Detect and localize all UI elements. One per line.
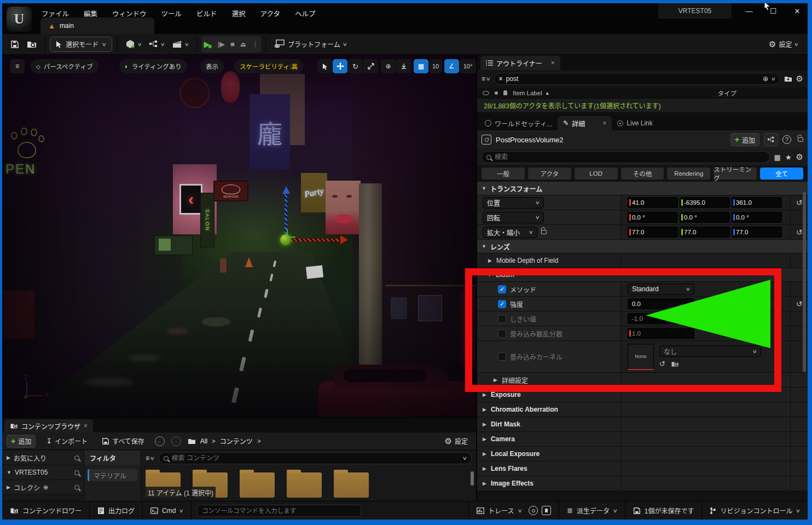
move-tool[interactable] bbox=[333, 59, 347, 73]
add-component-button[interactable]: + 追加 bbox=[730, 133, 759, 146]
scale-y-input[interactable]: 77.0 bbox=[680, 227, 730, 238]
chip-general[interactable]: 一般 bbox=[482, 168, 525, 180]
gizmo-sphere[interactable] bbox=[280, 234, 291, 245]
edit-blueprint-button[interactable] bbox=[764, 133, 778, 146]
stop-button[interactable]: ■ bbox=[230, 40, 235, 48]
add-filter-icon[interactable]: ⊕ bbox=[763, 75, 768, 83]
folder-asset[interactable] bbox=[334, 472, 369, 498]
maximize-button[interactable]: ☐ bbox=[764, 4, 782, 18]
cb-settings-dropdown[interactable]: ⚙ 設定 bbox=[441, 434, 472, 448]
rotation-z-input[interactable]: 0.0 ° bbox=[732, 212, 782, 223]
search-icon[interactable] bbox=[74, 470, 79, 475]
chip-rendering[interactable]: Rendering bbox=[667, 168, 710, 180]
blueprints-dropdown[interactable]: ∨ bbox=[145, 37, 169, 51]
kernel-asset-dropdown[interactable]: なし∨ bbox=[659, 345, 761, 357]
rotate-tool[interactable]: ↻ bbox=[348, 59, 363, 73]
chip-misc[interactable]: その他 bbox=[621, 168, 664, 180]
close-icon[interactable]: × bbox=[551, 59, 555, 67]
surface-snap-toggle[interactable] bbox=[396, 59, 411, 73]
close-icon[interactable]: × bbox=[602, 119, 606, 127]
threshold-checkbox[interactable] bbox=[498, 315, 506, 323]
menu-actor[interactable]: アクタ bbox=[260, 8, 280, 19]
row-advanced[interactable]: ▶詳細設定 bbox=[477, 373, 808, 388]
cb-add-button[interactable]: +追加 bbox=[7, 435, 36, 448]
section-lens-flares[interactable]: ▶Lens Flares bbox=[477, 461, 808, 476]
menu-edit[interactable]: 編集 bbox=[84, 8, 97, 19]
tab-details[interactable]: ✎ 詳細 × bbox=[558, 116, 612, 130]
details-settings-icon[interactable]: ⚙ bbox=[796, 152, 803, 162]
menu-select[interactable]: 選択 bbox=[232, 8, 246, 19]
kernel-thumbnail[interactable]: None bbox=[628, 344, 654, 370]
row-mobile-dof[interactable]: ▶Mobile Depth of Field bbox=[477, 253, 808, 268]
minimize-button[interactable]: — bbox=[740, 4, 758, 18]
menu-window[interactable]: ウィンドウ bbox=[112, 8, 147, 19]
intensity-checkbox[interactable]: ✓ bbox=[498, 300, 506, 308]
grid-snap-value[interactable]: 10 bbox=[429, 59, 442, 73]
chip-all[interactable]: 全て bbox=[760, 168, 803, 180]
outliner-settings-icon[interactable]: ⚙ bbox=[796, 74, 803, 84]
tab-content-browser[interactable]: コンテンツブラウザ × bbox=[4, 419, 93, 432]
level-viewport[interactable]: PEN 龐 ‹ SEAFOOD SALON Party bbox=[2, 55, 476, 417]
world-local-toggle[interactable]: ⊕ bbox=[381, 59, 396, 73]
import-button[interactable]: ↧インポート bbox=[42, 434, 91, 448]
bloom-threshold-input[interactable]: -1.0 bbox=[628, 313, 694, 324]
tab-world-settings[interactable]: ワールドセッティ... bbox=[479, 116, 558, 130]
eject-button[interactable]: ⏏ bbox=[240, 41, 246, 48]
outliner-search-input[interactable] bbox=[506, 75, 759, 83]
details-search-input[interactable] bbox=[495, 153, 765, 161]
location-y-input[interactable]: -6395.0 bbox=[680, 197, 730, 208]
menu-file[interactable]: ファイル bbox=[42, 8, 69, 19]
column-type[interactable]: タイプ bbox=[718, 89, 737, 97]
chip-actor[interactable]: アクタ bbox=[528, 168, 571, 180]
location-z-input[interactable]: 361.0 bbox=[732, 197, 782, 208]
rotation-snap-value[interactable]: 10° bbox=[460, 59, 476, 73]
scale-z-input[interactable]: 77.0 bbox=[732, 227, 782, 238]
display-filter-icon[interactable]: ▦ bbox=[774, 153, 781, 161]
use-selected-asset-icon[interactable]: ↺ bbox=[659, 360, 665, 368]
convolution-scatter-input[interactable]: 1.0 bbox=[628, 328, 694, 339]
grid-snap-toggle[interactable]: ▦ bbox=[414, 59, 428, 73]
actor-column-icon[interactable] bbox=[503, 90, 507, 95]
scale-tool[interactable] bbox=[363, 59, 378, 73]
chip-lod[interactable]: LOD bbox=[575, 168, 618, 180]
filter-icon[interactable]: ≡∨ bbox=[482, 75, 490, 83]
breadcrumb-content[interactable]: コンテンツ bbox=[220, 436, 253, 446]
chip-streaming[interactable]: ストリーミング bbox=[714, 168, 757, 180]
platforms-dropdown[interactable]: プラットフォーム ∨ bbox=[270, 37, 350, 51]
section-image-effects[interactable]: ▶Image Effects bbox=[477, 476, 808, 491]
view-mode-dropdown[interactable]: ◐ ライティングあり bbox=[119, 59, 187, 73]
nav-favorites[interactable]: ▶お気に入り bbox=[2, 451, 84, 465]
rotation-dropdown[interactable]: 回転∨ bbox=[483, 212, 544, 223]
menu-help[interactable]: ヘルプ bbox=[295, 8, 316, 19]
trace-dropdown[interactable]: トレース ∨ bbox=[468, 501, 559, 520]
section-camera[interactable]: ▶Camera bbox=[477, 432, 808, 447]
favorites-icon[interactable]: ★ bbox=[785, 153, 792, 161]
console-command-input[interactable] bbox=[197, 505, 361, 517]
section-chromatic-aberration[interactable]: ▶Chromatic Aberration bbox=[477, 402, 808, 417]
details-scrollbar[interactable] bbox=[803, 192, 806, 372]
rotation-y-input[interactable]: 0.0 ° bbox=[680, 212, 730, 223]
tab-live-link[interactable]: Live Link bbox=[612, 116, 658, 130]
save-button[interactable] bbox=[7, 37, 23, 51]
add-collection-icon[interactable]: ⊕ bbox=[43, 484, 48, 491]
show-dropdown[interactable]: 表示 bbox=[200, 59, 224, 73]
section-local-exposure[interactable]: ▶Local Exposure bbox=[477, 447, 808, 461]
frame-skip-button[interactable]: |▶ bbox=[218, 40, 225, 48]
folder-asset[interactable] bbox=[240, 472, 275, 498]
scale-lock-icon[interactable] bbox=[541, 230, 547, 234]
cb-scrollbar[interactable] bbox=[471, 471, 474, 486]
folder-asset[interactable] bbox=[287, 472, 322, 498]
tab-outliner[interactable]: アウトライナー × bbox=[480, 56, 560, 70]
output-log-button[interactable]: 出力ログ bbox=[90, 501, 143, 520]
breadcrumb-all[interactable]: All bbox=[200, 437, 207, 445]
trace-snapshot-icon[interactable] bbox=[542, 506, 551, 515]
add-actor-dropdown[interactable]: ∨ bbox=[121, 37, 146, 51]
category-lens[interactable]: ▼レンズ bbox=[477, 240, 808, 253]
scale-dropdown[interactable]: 拡大・縮小∨ bbox=[483, 227, 537, 238]
chevron-down-icon[interactable]: ∨ bbox=[462, 455, 467, 461]
gizmo-x-axis[interactable] bbox=[291, 239, 341, 241]
filter-funnel-icon[interactable]: ≡∨ bbox=[146, 454, 154, 462]
select-tool[interactable] bbox=[317, 59, 332, 73]
location-dropdown[interactable]: 位置∨ bbox=[483, 197, 544, 209]
new-folder-icon[interactable] bbox=[784, 76, 792, 82]
